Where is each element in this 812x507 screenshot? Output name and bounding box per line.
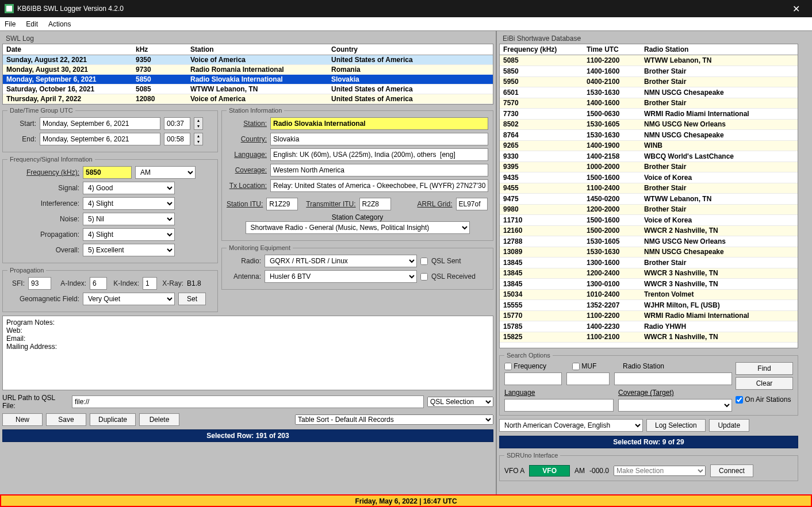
table-sort-select[interactable]: Table Sort - Default All Records <box>295 414 493 425</box>
table-row[interactable]: 138451300-0100WWCR 3 Nashville, TN <box>500 279 798 290</box>
interference-select[interactable]: 4) Slight <box>83 197 175 210</box>
close-icon[interactable]: ✕ <box>784 3 807 14</box>
table-row[interactable]: 58501400-1600Brother Stair <box>500 66 798 77</box>
table-row[interactable]: 157701100-2200WRMI Radio Miami Internati… <box>500 310 798 321</box>
start-time-spinner[interactable]: ▴▾ <box>194 117 203 130</box>
table-row[interactable]: 65011530-1630NMN USCG Chesapeake <box>500 87 798 98</box>
end-time-input[interactable] <box>164 133 190 145</box>
table-row[interactable]: 93951000-2000Brother Stair <box>500 162 798 172</box>
coverage-filter-select[interactable]: North American Coverage, English <box>499 419 643 432</box>
table-row[interactable]: 87641530-1630NMN USCG Chesapeake <box>500 130 798 141</box>
table-row[interactable]: 130891530-1630NMN USCG Chesapeake <box>500 247 798 258</box>
table-row[interactable]: Thursday, April 7, 202212080Voice of Ame… <box>3 94 493 104</box>
frequency-input[interactable] <box>83 166 132 179</box>
arrl-grid-input[interactable] <box>456 198 488 210</box>
table-row[interactable]: 59500400-2100Brother Stair <box>500 76 798 87</box>
table-row[interactable]: 117101500-1600Voice of Korea <box>500 215 798 226</box>
swl-log-grid[interactable]: Date kHz Station Country Sunday, August … <box>2 44 493 105</box>
onair-checkbox[interactable] <box>736 396 743 404</box>
station-category-select[interactable]: Shortwave Radio - General (Music, News, … <box>246 221 470 234</box>
new-button[interactable]: New <box>2 413 43 426</box>
qsl-file-path-input[interactable] <box>72 395 424 408</box>
delete-button[interactable]: Delete <box>139 413 179 426</box>
menu-edit[interactable]: Edit <box>26 20 38 28</box>
signal-select[interactable]: 4) Good <box>83 182 175 194</box>
search-lang-input[interactable] <box>504 399 614 412</box>
table-row[interactable]: 85021530-1605NMG USCG New Orleans <box>500 119 798 130</box>
muf-checkbox[interactable] <box>572 363 580 370</box>
radio-select[interactable]: GQRX / RTL-SDR / Linux <box>265 255 417 267</box>
qsl-sent-checkbox[interactable] <box>420 258 428 265</box>
table-row[interactable]: 138451300-1600Brother Stair <box>500 258 798 268</box>
txlocation-input[interactable] <box>270 179 488 192</box>
propagation-select[interactable]: 4) Slight <box>83 228 175 241</box>
clear-button[interactable]: Clear <box>736 377 793 390</box>
qsl-received-checkbox[interactable] <box>420 273 428 281</box>
start-date-input[interactable] <box>40 117 160 130</box>
aindex-input[interactable] <box>90 277 107 290</box>
table-row[interactable]: 155551352-2207WJHR Milton, FL (USB) <box>500 300 798 311</box>
eibi-grid[interactable]: Frequency (kHz) Time UTC Radio Station 5… <box>499 44 798 348</box>
search-freq-input[interactable] <box>504 372 562 385</box>
table-row[interactable]: 94551100-2400Brother Stair <box>500 183 798 194</box>
table-row[interactable]: 94751450-0200WTWW Lebanon, TN <box>500 194 798 205</box>
table-row[interactable]: Monday, September 6, 20215850Radio Slova… <box>3 75 493 84</box>
search-coverage-select[interactable] <box>618 399 732 412</box>
table-row[interactable]: Sunday, August 22, 20219350Voice of Amer… <box>3 55 493 65</box>
table-row[interactable]: 157851400-2230Radio YHWH <box>500 321 798 332</box>
find-button[interactable]: Find <box>736 362 793 375</box>
qsl-selection-select[interactable]: QSL Selection <box>427 397 493 407</box>
save-button[interactable]: Save <box>46 413 86 426</box>
station-itu-input[interactable] <box>266 198 298 210</box>
table-row[interactable]: 92651400-1900WINB <box>500 140 798 151</box>
search-station-input[interactable] <box>614 372 732 385</box>
table-row[interactable]: Monday, August 30, 20219730Radio Romania… <box>3 65 493 75</box>
end-date-input[interactable] <box>40 133 160 145</box>
antenna-select[interactable]: Husler 6 BTV <box>265 270 417 283</box>
language-input[interactable] <box>270 148 488 161</box>
end-time-spinner[interactable]: ▴▾ <box>194 133 203 145</box>
vfo-button[interactable]: VFO <box>529 465 570 477</box>
start-time-input[interactable] <box>164 117 190 130</box>
search-muf-input[interactable] <box>566 372 610 385</box>
table-row[interactable]: 150341010-2400Trenton Volmet <box>500 289 798 300</box>
eibi-col-time[interactable]: Time UTC <box>583 44 641 55</box>
table-row[interactable]: 127881530-1605NMG USCG New Orleans <box>500 236 798 247</box>
table-row[interactable]: 94351500-1600Voice of Korea <box>500 172 798 183</box>
eibi-col-station[interactable]: Radio Station <box>641 44 798 55</box>
overall-select[interactable]: 5) Excellent <box>83 244 175 256</box>
col-station[interactable]: Station <box>187 44 328 55</box>
table-row[interactable]: 50851100-2200WTWW Lebanon, TN <box>500 55 798 66</box>
set-button[interactable]: Set <box>178 293 206 305</box>
station-name-input[interactable] <box>270 117 488 130</box>
col-khz[interactable]: kHz <box>132 44 187 55</box>
mode-select[interactable]: AM <box>135 166 196 179</box>
menu-file[interactable]: File <box>5 20 16 28</box>
country-input[interactable] <box>270 133 488 145</box>
table-row[interactable]: 121601500-2000WWCR 2 Nashville, TN <box>500 225 798 236</box>
table-row[interactable]: 158251100-2100WWCR 1 Nashville, TN <box>500 332 798 343</box>
duplicate-button[interactable]: Duplicate <box>90 413 136 426</box>
menu-actions[interactable]: Actions <box>48 20 71 28</box>
table-row[interactable]: 138451200-2400WWCR 3 Nashville, TN <box>500 268 798 279</box>
transmitter-itu-input[interactable] <box>359 198 391 210</box>
table-row[interactable]: 93301400-2158WBCQ World's LastChance <box>500 151 798 162</box>
freq-checkbox[interactable] <box>504 363 512 370</box>
kindex-input[interactable] <box>143 277 157 290</box>
col-date[interactable]: Date <box>3 44 132 55</box>
table-row[interactable]: 77301500-0630WRMI Radio Miami Internatio… <box>500 109 798 120</box>
program-notes[interactable]: Program Notes: Web: Email: Mailing Addre… <box>2 316 493 390</box>
log-selection-button[interactable]: Log Selection <box>646 419 706 432</box>
col-country[interactable]: Country <box>328 44 493 55</box>
table-row[interactable]: 75701400-1600Brother Stair <box>500 98 798 109</box>
connect-button[interactable]: Connect <box>710 464 753 477</box>
noise-select[interactable]: 5) Nil <box>83 213 175 225</box>
update-button[interactable]: Update <box>709 419 749 432</box>
sfi-input[interactable] <box>28 277 51 290</box>
table-row[interactable]: 99801200-2000Brother Stair <box>500 204 798 215</box>
table-row[interactable]: Saturday, October 16, 20215085WTWW Leban… <box>3 84 493 94</box>
coverage-input[interactable] <box>270 164 488 176</box>
geofield-select[interactable]: Very Quiet <box>83 293 175 305</box>
sdr-make-select[interactable]: Make Selection <box>614 466 706 476</box>
eibi-col-freq[interactable]: Frequency (kHz) <box>500 44 583 55</box>
